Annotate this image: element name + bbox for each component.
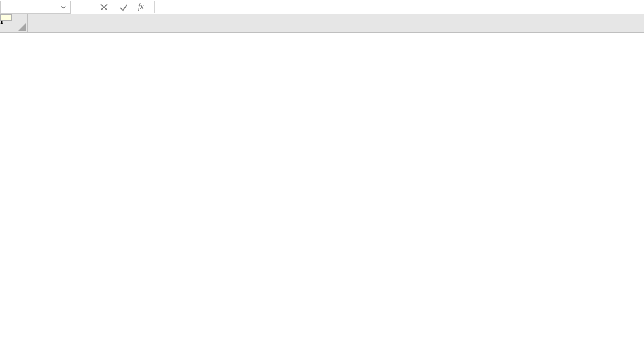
formula-input[interactable] [158, 0, 644, 14]
column-headers [28, 14, 644, 33]
formula-bar: fx [0, 0, 644, 14]
function-tooltip [0, 14, 12, 21]
fx-icon[interactable]: fx [138, 2, 144, 12]
spreadsheet-grid: I [0, 14, 644, 353]
enter-icon[interactable] [118, 2, 129, 12]
cells-area[interactable] [28, 33, 644, 353]
cancel-icon[interactable] [99, 2, 109, 12]
name-box-dropdown-icon[interactable] [59, 3, 67, 11]
name-box[interactable] [0, 1, 71, 14]
formula-bar-buttons: fx [95, 2, 152, 12]
